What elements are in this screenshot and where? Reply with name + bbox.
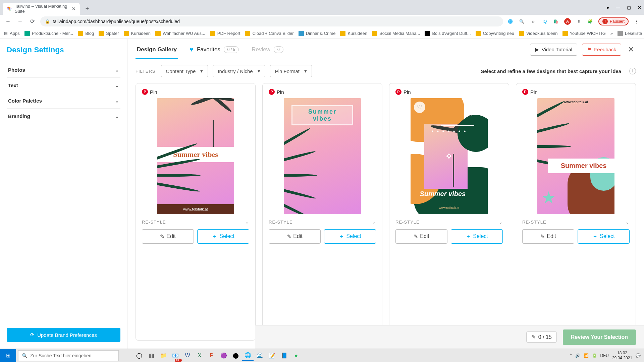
restyle-toggle[interactable]: RE-STYLE⌄ [395,220,503,225]
bookmark-item[interactable]: Wahlfächer WU Aus... [155,31,205,36]
apps-shortcut[interactable]: ⊞Apps [4,31,20,36]
select-button[interactable]: ＋Select [197,229,249,244]
caret-down-icon: ▾ [200,68,203,74]
bookmark-item[interactable]: Blog [78,31,94,36]
start-button[interactable]: ⊞ [0,349,16,362]
powerpoint-icon[interactable]: P [206,350,217,361]
update-brand-button[interactable]: ⟳ Update Brand Preferences [7,328,120,342]
language-indicator[interactable]: DEU [600,353,609,358]
bookmark-item[interactable]: Später [99,31,119,36]
chevron-up-icon[interactable]: ˄ [570,353,572,358]
bookmark-item[interactable]: PDF Report [210,31,240,36]
tab-review[interactable]: Review 0 [250,40,284,59]
spotify-icon[interactable]: ● [290,350,302,361]
design-thumbnail[interactable]: • • • • • • • ♡ Summer vibes www.tobital… [411,98,488,214]
chrome-icon[interactable]: 🌐 [242,350,254,361]
menu-icon[interactable]: ⋮ [633,18,640,25]
adblock-icon[interactable]: A [564,18,571,25]
restyle-toggle[interactable]: RE-STYLE⌄ [522,220,630,225]
bookmark-item[interactable]: Social Media Mana... [372,31,420,36]
info-icon[interactable]: i [629,68,636,74]
restyle-toggle[interactable]: RE-STYLE⌄ [142,220,249,225]
bookmark-item[interactable]: Dinner & Crime [299,31,336,36]
bookmark-item[interactable]: Copywriting neu [476,31,514,36]
sidebar-item-text[interactable]: Text⌄ [7,78,120,93]
obs-icon[interactable]: ⬤ [230,350,241,361]
account-dot-icon[interactable]: ● [606,5,609,10]
bookmark-overflow[interactable]: » [610,31,613,36]
ext-icon-2[interactable]: 🛍️ [553,18,559,25]
taskbar-search[interactable]: 🔍 Zur Suche Text hier eingeben [18,350,119,361]
bookmark-item[interactable]: Bois d'Argent Duft... [425,31,471,36]
close-panel-icon[interactable]: ✕ [626,45,636,54]
restyle-toggle[interactable]: RE-STYLE⌄ [269,220,376,225]
battery-icon[interactable]: 🔋 [592,353,597,358]
profile-paused-chip[interactable]: T Pausiert [598,17,629,25]
minimize-icon[interactable]: — [616,5,620,10]
filter-hint: Select and refine a few designs that bes… [481,68,621,74]
ext-icon-3[interactable]: ⬇ [576,18,582,25]
design-thumbnail[interactable]: Summer vibes www.tobitalk.at [157,98,234,214]
review-selection-button[interactable]: Review Your Selection [563,329,636,345]
edit-button[interactable]: ✎Edit [142,229,194,244]
volume-icon[interactable]: 🔊 [575,353,580,358]
url-text: tailwindapp.com/dashboard/publisher/queu… [53,19,180,24]
app-icon[interactable]: 🟣 [218,350,229,361]
zoom-icon[interactable]: 🔍 [519,18,525,25]
mail-icon[interactable]: 📧99+ [170,350,181,361]
filter-content-type[interactable]: Content Type▾ [161,65,208,77]
feedback-button[interactable]: ⚑Feedback [582,44,621,56]
favorite-heart-icon[interactable]: ♡ [414,102,425,113]
bookmark-item[interactable]: Videokurs Ideen [519,31,558,36]
close-window-icon[interactable]: ✕ [638,5,641,10]
ext-icon-1[interactable]: ıQ [541,18,548,25]
edit-button[interactable]: ✎Edit [522,229,574,244]
back-icon[interactable]: ← [4,17,12,25]
app-icon-2[interactable]: 📘 [278,350,290,361]
cortana-icon[interactable]: ▥ [146,350,157,361]
sidebar-item-palettes[interactable]: Color Palettes⌄ [7,93,120,109]
select-button[interactable]: ＋Select [578,229,630,244]
filter-pin-format[interactable]: Pin Format▾ [270,65,312,77]
video-icon: ▶ [535,47,539,53]
design-thumbnail[interactable]: www.tobitalk.at Summer vibes [537,98,614,214]
edit-button[interactable]: ✎Edit [269,229,321,244]
url-field[interactable]: 🔒 tailwindapp.com/dashboard/publisher/qu… [40,16,503,26]
reload-icon[interactable]: ⟳ [28,17,36,25]
edge-icon[interactable]: 🌊 [254,350,266,361]
tab-design-gallery[interactable]: Design Gallery [136,40,178,59]
star-icon[interactable]: ☆ [530,18,537,25]
translate-icon[interactable]: 🌐 [507,18,514,25]
bookmark-item[interactable]: Kursideen [124,31,151,36]
sidebar-item-photos[interactable]: Photos⌄ [7,62,120,78]
select-button[interactable]: ＋Select [451,229,503,244]
chevron-down-icon: ⌄ [499,220,503,225]
tab-favorites[interactable]: ♥ Favorites 0 / 5 [188,40,240,59]
select-button[interactable]: ＋Select [324,229,376,244]
design-thumbnail[interactable]: Summervibes [284,98,361,214]
extensions-icon[interactable]: 🧩 [587,18,594,25]
new-tab-button[interactable]: + [83,4,92,13]
word-icon[interactable]: W [182,350,193,361]
bookmark-item[interactable]: Leseliste [618,31,642,36]
bookmark-item[interactable]: Cload + Canva Bilder [245,31,293,36]
browser-tab[interactable]: 🪁 Tailwind – Visual Marketing Suite ✕ [3,3,80,15]
excel-icon[interactable]: X [194,350,205,361]
forward-icon[interactable]: → [16,17,24,25]
notepad-icon[interactable]: 📝 [266,350,278,361]
bookmark-item[interactable]: Youtube WICHTIG [562,31,606,36]
video-tutorial-button[interactable]: ▶Video Tutorial [530,44,577,56]
wifi-icon[interactable]: 📶 [584,353,589,358]
maximize-icon[interactable]: ▢ [627,5,631,10]
flag-icon: ⚑ [587,47,591,53]
bookmark-item[interactable]: Produktsuche - Mer... [24,31,73,36]
filter-industry[interactable]: Industry / Niche▾ [213,65,265,77]
close-icon[interactable]: ✕ [72,6,76,11]
task-view-icon[interactable]: ◯ [133,350,145,361]
bookmark-item[interactable]: Kursideen [340,31,367,36]
taskbar-clock[interactable]: 18:02 29.04.2021 [612,351,632,360]
edit-button[interactable]: ✎Edit [395,229,447,244]
notifications-icon[interactable]: 💬 [636,353,641,358]
explorer-icon[interactable]: 📁 [158,350,169,361]
sidebar-item-branding[interactable]: Branding⌄ [7,109,120,124]
